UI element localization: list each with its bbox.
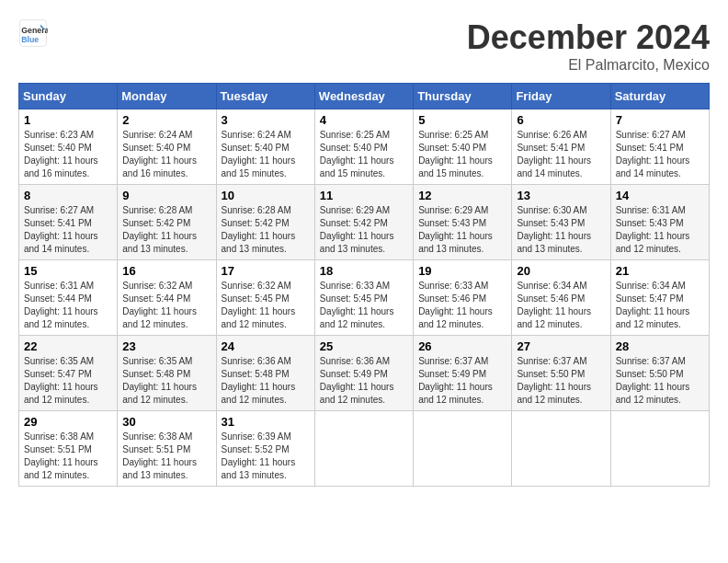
calendar-cell: 23Sunrise: 6:35 AM Sunset: 5:48 PM Dayli… xyxy=(118,336,216,411)
day-number: 15 xyxy=(24,264,112,278)
day-info: Sunrise: 6:38 AM Sunset: 5:51 PM Dayligh… xyxy=(122,431,210,482)
calendar-cell: 28Sunrise: 6:37 AM Sunset: 5:50 PM Dayli… xyxy=(610,336,709,411)
calendar-cell: 18Sunrise: 6:33 AM Sunset: 5:45 PM Dayli… xyxy=(314,260,413,336)
day-info: Sunrise: 6:26 AM Sunset: 5:41 PM Dayligh… xyxy=(517,129,605,180)
day-number: 27 xyxy=(517,339,605,353)
calendar-cell: 12Sunrise: 6:29 AM Sunset: 5:43 PM Dayli… xyxy=(414,185,512,260)
calendar-cell: 4Sunrise: 6:25 AM Sunset: 5:40 PM Daylig… xyxy=(314,109,413,185)
page-header: General Blue December 2024 El Palmarcito… xyxy=(18,18,710,74)
day-info: Sunrise: 6:34 AM Sunset: 5:47 PM Dayligh… xyxy=(616,280,704,331)
day-number: 17 xyxy=(222,264,310,278)
day-number: 18 xyxy=(320,264,408,278)
svg-text:General: General xyxy=(21,26,48,35)
day-info: Sunrise: 6:30 AM Sunset: 5:43 PM Dayligh… xyxy=(517,204,605,256)
day-info: Sunrise: 6:37 AM Sunset: 5:49 PM Dayligh… xyxy=(418,355,506,407)
day-number: 9 xyxy=(122,189,210,202)
day-info: Sunrise: 6:24 AM Sunset: 5:40 PM Dayligh… xyxy=(222,129,310,180)
calendar-cell: 17Sunrise: 6:32 AM Sunset: 5:45 PM Dayli… xyxy=(216,260,314,336)
day-number: 14 xyxy=(616,189,704,202)
month-title: December 2024 xyxy=(467,18,710,57)
svg-text:Blue: Blue xyxy=(21,35,39,44)
day-header-sunday: Sunday xyxy=(19,84,118,109)
day-info: Sunrise: 6:25 AM Sunset: 5:40 PM Dayligh… xyxy=(320,129,408,180)
day-number: 16 xyxy=(122,264,210,278)
day-number: 12 xyxy=(418,189,506,202)
day-number: 28 xyxy=(616,339,704,353)
day-info: Sunrise: 6:23 AM Sunset: 5:40 PM Dayligh… xyxy=(24,129,112,180)
calendar-week-row: 15Sunrise: 6:31 AM Sunset: 5:44 PM Dayli… xyxy=(19,260,710,336)
day-number: 24 xyxy=(222,339,310,353)
day-number: 20 xyxy=(517,264,605,278)
logo-icon: General Blue xyxy=(18,18,48,48)
day-info: Sunrise: 6:38 AM Sunset: 5:51 PM Dayligh… xyxy=(24,431,112,482)
day-info: Sunrise: 6:32 AM Sunset: 5:44 PM Dayligh… xyxy=(122,280,210,331)
calendar-cell: 26Sunrise: 6:37 AM Sunset: 5:49 PM Dayli… xyxy=(414,336,512,411)
day-number: 26 xyxy=(418,339,506,353)
day-info: Sunrise: 6:31 AM Sunset: 5:43 PM Dayligh… xyxy=(616,204,704,256)
calendar-cell: 20Sunrise: 6:34 AM Sunset: 5:46 PM Dayli… xyxy=(512,260,610,336)
day-info: Sunrise: 6:29 AM Sunset: 5:43 PM Dayligh… xyxy=(418,204,506,256)
calendar-cell: 3Sunrise: 6:24 AM Sunset: 5:40 PM Daylig… xyxy=(216,109,314,185)
day-number: 31 xyxy=(222,415,310,429)
calendar-cell: 7Sunrise: 6:27 AM Sunset: 5:41 PM Daylig… xyxy=(610,109,709,185)
day-number: 23 xyxy=(122,339,210,353)
calendar-cell: 6Sunrise: 6:26 AM Sunset: 5:41 PM Daylig… xyxy=(512,109,610,185)
title-block: December 2024 El Palmarcito, Mexico xyxy=(467,18,710,74)
day-header-tuesday: Tuesday xyxy=(216,84,314,109)
day-info: Sunrise: 6:24 AM Sunset: 5:40 PM Dayligh… xyxy=(122,129,210,180)
calendar-week-row: 8Sunrise: 6:27 AM Sunset: 5:41 PM Daylig… xyxy=(19,185,710,260)
calendar-cell: 24Sunrise: 6:36 AM Sunset: 5:48 PM Dayli… xyxy=(216,336,314,411)
calendar-week-row: 1Sunrise: 6:23 AM Sunset: 5:40 PM Daylig… xyxy=(19,109,710,185)
day-info: Sunrise: 6:27 AM Sunset: 5:41 PM Dayligh… xyxy=(616,129,704,180)
calendar-cell: 5Sunrise: 6:25 AM Sunset: 5:40 PM Daylig… xyxy=(414,109,512,185)
day-info: Sunrise: 6:33 AM Sunset: 5:45 PM Dayligh… xyxy=(320,280,408,331)
calendar-cell: 14Sunrise: 6:31 AM Sunset: 5:43 PM Dayli… xyxy=(610,185,709,260)
day-number: 11 xyxy=(320,189,408,202)
calendar-cell: 15Sunrise: 6:31 AM Sunset: 5:44 PM Dayli… xyxy=(19,260,118,336)
day-number: 19 xyxy=(418,264,506,278)
calendar-header-row: SundayMondayTuesdayWednesdayThursdayFrid… xyxy=(19,84,710,109)
calendar-cell: 10Sunrise: 6:28 AM Sunset: 5:42 PM Dayli… xyxy=(216,185,314,260)
day-info: Sunrise: 6:31 AM Sunset: 5:44 PM Dayligh… xyxy=(24,280,112,331)
day-number: 22 xyxy=(24,339,112,353)
calendar-cell: 16Sunrise: 6:32 AM Sunset: 5:44 PM Dayli… xyxy=(118,260,216,336)
day-number: 10 xyxy=(222,189,310,202)
day-number: 3 xyxy=(222,113,310,127)
day-number: 13 xyxy=(517,189,605,202)
calendar-cell: 30Sunrise: 6:38 AM Sunset: 5:51 PM Dayli… xyxy=(118,411,216,487)
day-number: 5 xyxy=(418,113,506,127)
calendar-week-row: 22Sunrise: 6:35 AM Sunset: 5:47 PM Dayli… xyxy=(19,336,710,411)
calendar-cell: 27Sunrise: 6:37 AM Sunset: 5:50 PM Dayli… xyxy=(512,336,610,411)
day-info: Sunrise: 6:28 AM Sunset: 5:42 PM Dayligh… xyxy=(222,204,310,256)
day-number: 25 xyxy=(320,339,408,353)
day-info: Sunrise: 6:27 AM Sunset: 5:41 PM Dayligh… xyxy=(24,204,112,256)
day-number: 29 xyxy=(24,415,112,429)
day-number: 4 xyxy=(320,113,408,127)
calendar-cell: 22Sunrise: 6:35 AM Sunset: 5:47 PM Dayli… xyxy=(19,336,118,411)
calendar-cell: 21Sunrise: 6:34 AM Sunset: 5:47 PM Dayli… xyxy=(610,260,709,336)
day-header-thursday: Thursday xyxy=(414,84,512,109)
calendar-cell: 25Sunrise: 6:36 AM Sunset: 5:49 PM Dayli… xyxy=(314,336,413,411)
day-info: Sunrise: 6:34 AM Sunset: 5:46 PM Dayligh… xyxy=(517,280,605,331)
calendar-week-row: 29Sunrise: 6:38 AM Sunset: 5:51 PM Dayli… xyxy=(19,411,710,487)
calendar-cell xyxy=(512,411,610,487)
day-info: Sunrise: 6:33 AM Sunset: 5:46 PM Dayligh… xyxy=(418,280,506,331)
day-info: Sunrise: 6:36 AM Sunset: 5:48 PM Dayligh… xyxy=(222,355,310,407)
day-info: Sunrise: 6:25 AM Sunset: 5:40 PM Dayligh… xyxy=(418,129,506,180)
day-number: 7 xyxy=(616,113,704,127)
calendar-table: SundayMondayTuesdayWednesdayThursdayFrid… xyxy=(18,83,710,487)
calendar-cell: 13Sunrise: 6:30 AM Sunset: 5:43 PM Dayli… xyxy=(512,185,610,260)
day-header-friday: Friday xyxy=(512,84,610,109)
day-info: Sunrise: 6:35 AM Sunset: 5:47 PM Dayligh… xyxy=(24,355,112,407)
day-info: Sunrise: 6:35 AM Sunset: 5:48 PM Dayligh… xyxy=(122,355,210,407)
calendar-cell: 19Sunrise: 6:33 AM Sunset: 5:46 PM Dayli… xyxy=(414,260,512,336)
day-number: 1 xyxy=(24,113,112,127)
day-number: 8 xyxy=(24,189,112,202)
day-info: Sunrise: 6:28 AM Sunset: 5:42 PM Dayligh… xyxy=(122,204,210,256)
day-number: 2 xyxy=(122,113,210,127)
calendar-cell: 8Sunrise: 6:27 AM Sunset: 5:41 PM Daylig… xyxy=(19,185,118,260)
day-header-wednesday: Wednesday xyxy=(314,84,413,109)
day-info: Sunrise: 6:39 AM Sunset: 5:52 PM Dayligh… xyxy=(222,431,310,482)
day-info: Sunrise: 6:32 AM Sunset: 5:45 PM Dayligh… xyxy=(222,280,310,331)
logo: General Blue xyxy=(18,18,48,48)
